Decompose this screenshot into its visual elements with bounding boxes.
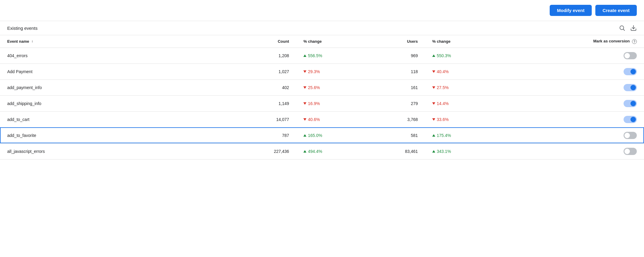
cell-event-name: add_to_cart [0,111,245,127]
cell-count-pct: 16.9% [296,95,373,111]
cell-users-pct: 550.3% [425,48,502,63]
conversion-toggle[interactable] [624,132,637,139]
cell-conversion [502,143,644,159]
arrow-down-icon [432,118,435,121]
table-row[interactable]: add_payment_info40225.6%16127.5% [0,79,644,95]
arrow-up-icon [432,150,435,153]
cell-users-pct: 14.4% [425,95,502,111]
cell-event-name: Add Payment [0,63,245,79]
cell-users-pct: 175.4% [425,127,502,143]
col-header-event-name[interactable]: Event name ↑ [0,35,245,48]
col-header-users[interactable]: Users [374,35,425,48]
cell-users: 279 [374,95,425,111]
table-row[interactable]: add_to_cart14,07740.6%3,76833.6% [0,111,644,127]
arrow-up-icon [432,134,435,137]
cell-users-pct: 343.1% [425,143,502,159]
cell-users: 118 [374,63,425,79]
table-row[interactable]: add_shipping_info1,14916.9%27914.4% [0,95,644,111]
cell-users-pct: 33.6% [425,111,502,127]
cell-count: 14,077 [245,111,296,127]
cell-count: 787 [245,127,296,143]
download-icon [630,25,637,31]
top-bar: Modify event Create event [0,0,644,21]
cell-count-pct: 25.6% [296,79,373,95]
col-header-conversion: Mark as conversion ? [502,35,644,48]
section-title: Existing events [7,26,38,31]
create-event-button[interactable]: Create event [595,5,637,16]
svg-point-0 [620,26,624,30]
conversion-toggle[interactable] [624,84,637,91]
cell-count: 1,208 [245,48,296,63]
cell-users-pct: 40.4% [425,63,502,79]
cell-count: 1,027 [245,63,296,79]
table-row[interactable]: 404_errors1,208556.5%969550.3% [0,48,644,63]
section-header: Existing events [0,21,644,35]
cell-users-pct: 27.5% [425,79,502,95]
cell-count: 227,436 [245,143,296,159]
modify-event-button[interactable]: Modify event [550,5,592,16]
col-header-count[interactable]: Count [245,35,296,48]
cell-conversion [502,79,644,95]
cell-count-pct: 165.0% [296,127,373,143]
cell-conversion [502,63,644,79]
conversion-toggle[interactable] [624,116,637,123]
cell-users: 83,461 [374,143,425,159]
cell-count: 1,149 [245,95,296,111]
cell-users: 969 [374,48,425,63]
col-header-count-pct[interactable]: % change [296,35,373,48]
cell-count: 402 [245,79,296,95]
arrow-up-icon [303,150,306,153]
arrow-down-icon [303,86,306,89]
search-icon [619,25,625,31]
conversion-toggle[interactable] [624,100,637,107]
arrow-down-icon [303,102,306,105]
cell-count-pct: 494.4% [296,143,373,159]
cell-conversion [502,48,644,63]
arrow-down-icon [432,86,435,89]
conversion-toggle[interactable] [624,148,637,155]
conversion-toggle[interactable] [624,68,637,75]
cell-count-pct: 40.6% [296,111,373,127]
sort-icon: ↑ [32,39,33,44]
arrow-up-icon [432,54,435,57]
table-row[interactable]: add_to_favorite787165.0%581175.4% [0,127,644,143]
svg-line-1 [623,29,624,30]
cell-event-name: add_shipping_info [0,95,245,111]
arrow-up-icon [303,54,306,57]
conversion-toggle[interactable] [624,52,637,59]
col-header-users-pct[interactable]: % change [425,35,502,48]
cell-users: 161 [374,79,425,95]
cell-event-name: add_payment_info [0,79,245,95]
download-button[interactable] [630,25,637,31]
cell-users: 581 [374,127,425,143]
section-actions [619,25,637,31]
cell-conversion [502,111,644,127]
arrow-down-icon [432,102,435,105]
cell-users: 3,768 [374,111,425,127]
cell-event-name: add_to_favorite [0,127,245,143]
table-row[interactable]: Add Payment1,02729.3%11840.4% [0,63,644,79]
arrow-down-icon [303,118,306,121]
cell-conversion [502,127,644,143]
cell-conversion [502,95,644,111]
events-table: Event name ↑ Count % change Users % chan… [0,35,644,159]
cell-event-name: 404_errors [0,48,245,63]
cell-event-name: all_javascript_errors [0,143,245,159]
cell-count-pct: 29.3% [296,63,373,79]
arrow-up-icon [303,134,306,137]
search-button[interactable] [619,25,625,31]
table-header-row: Event name ↑ Count % change Users % chan… [0,35,644,48]
arrow-down-icon [432,70,435,73]
arrow-down-icon [303,70,306,73]
cell-count-pct: 556.5% [296,48,373,63]
table-row[interactable]: all_javascript_errors227,436494.4%83,461… [0,143,644,159]
help-icon[interactable]: ? [632,39,637,44]
